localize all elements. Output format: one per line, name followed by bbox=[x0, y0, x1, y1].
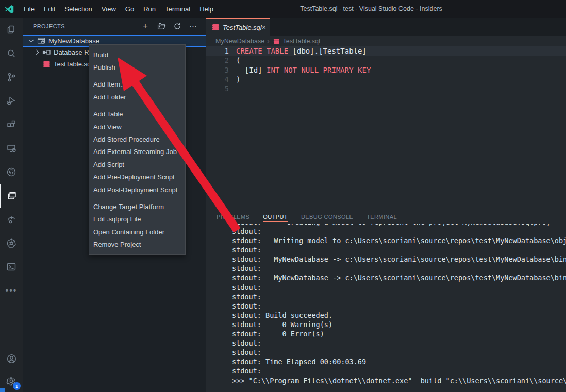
code-line-1[interactable]: 1CREATE TABLE [dbo].[TestTable] bbox=[206, 46, 566, 56]
tab-close-icon[interactable]: × bbox=[262, 24, 266, 31]
output-line: stdout: MyNewDatabase -> c:\Users\scoria… bbox=[232, 254, 566, 264]
menu-bar: FileEditSelectionViewGoRunTerminalHelp bbox=[19, 0, 218, 18]
breadcrumb-separator: › bbox=[267, 37, 269, 45]
refresh-icon[interactable] bbox=[173, 22, 182, 31]
menu-go[interactable]: Go bbox=[121, 0, 139, 18]
powershell-icon[interactable] bbox=[0, 255, 23, 279]
code-line-5[interactable]: 5 bbox=[206, 84, 566, 93]
source-control-icon[interactable] bbox=[0, 65, 23, 89]
more-actions-icon[interactable]: ⋯ bbox=[189, 22, 198, 31]
menu-separator bbox=[90, 198, 185, 198]
panel-tab-output[interactable]: OUTPUT bbox=[263, 209, 288, 224]
context-menu-item-open-containing-folder[interactable]: Open Containing Folder bbox=[89, 226, 185, 238]
context-menu-item-add-script[interactable]: Add Script bbox=[89, 158, 185, 171]
line-number: 2 bbox=[206, 56, 229, 65]
panel-tab-terminal[interactable]: TERMINAL bbox=[367, 209, 397, 224]
code-line-4[interactable]: 4) bbox=[206, 75, 566, 84]
sidebar-actions: + ⋯ bbox=[141, 22, 198, 31]
panel-tab-bar: PROBLEMSOUTPUTDEBUG CONSOLETERMINAL bbox=[206, 209, 566, 224]
context-menu-item-remove-project[interactable]: Remove Project bbox=[89, 238, 185, 250]
kubernetes-icon[interactable] bbox=[0, 231, 23, 255]
breadcrumb[interactable]: MyNewDatabase › TestTable.sql bbox=[206, 36, 566, 46]
tree-item-label: MyNewDatabase bbox=[48, 37, 99, 45]
line-number: 1 bbox=[206, 46, 229, 56]
remote-explorer-icon[interactable] bbox=[0, 137, 23, 160]
panel-tab-problems[interactable]: PROBLEMS bbox=[217, 209, 249, 224]
output-line: stdout: MyNewDatabase -> c:\Users\scoria… bbox=[232, 273, 566, 282]
activity-bar: ••• 1 bbox=[0, 18, 23, 392]
context-menu-item-publish[interactable]: Publish bbox=[89, 61, 185, 73]
bottom-panel: PROBLEMSOUTPUTDEBUG CONSOLETERMINAL stdo… bbox=[206, 209, 566, 392]
more-views-icon[interactable]: ••• bbox=[0, 279, 23, 302]
context-menu-item-add-view[interactable]: Add View bbox=[89, 121, 185, 133]
run-and-debug-icon[interactable] bbox=[0, 89, 23, 113]
menu-run[interactable]: Run bbox=[139, 0, 160, 18]
output-line: stdout: bbox=[232, 283, 566, 292]
output-line: stdout: bbox=[232, 348, 566, 357]
output-line: stdout: Time Elapsed 00:00:03.69 bbox=[232, 357, 566, 366]
database-projects-icon[interactable] bbox=[0, 184, 23, 208]
output-line: stdout: bbox=[232, 338, 566, 348]
github-icon[interactable] bbox=[0, 160, 23, 184]
code-line-2[interactable]: 2( bbox=[206, 56, 566, 65]
menu-separator bbox=[90, 76, 185, 76]
menu-view[interactable]: View bbox=[97, 0, 121, 18]
tree-item-label: TestTable.sql bbox=[54, 60, 92, 68]
breadcrumb-file[interactable]: TestTable.sql bbox=[283, 38, 320, 45]
database-file-icon bbox=[211, 23, 220, 31]
sidebar-header: PROJECTS + ⋯ bbox=[23, 18, 206, 35]
settings-badge: 1 bbox=[13, 382, 21, 390]
line-number: 3 bbox=[206, 65, 229, 75]
menu-help[interactable]: Help bbox=[195, 0, 218, 18]
breadcrumb-project[interactable]: MyNewDatabase bbox=[215, 38, 264, 45]
project-context-menu: BuildPublishAdd Item...Add FolderAdd Tab… bbox=[89, 44, 186, 255]
context-menu-item-add-post-deployment-script[interactable]: Add Post-Deployment Script bbox=[89, 183, 185, 196]
context-menu-item-add-pre-deployment-script[interactable]: Add Pre-Deployment Script bbox=[89, 171, 185, 183]
menu-terminal[interactable]: Terminal bbox=[160, 0, 195, 18]
editor-tab-bar: TestTable.sql × bbox=[206, 18, 566, 36]
sidebar-title: PROJECTS bbox=[33, 23, 65, 29]
context-menu-item-build[interactable]: Build bbox=[89, 48, 185, 61]
project-icon bbox=[37, 37, 45, 45]
status-bar-remote-fragment[interactable] bbox=[0, 388, 5, 392]
editor-group: TestTable.sql × MyNewDatabase › TestTabl… bbox=[206, 18, 566, 392]
context-menu-item-add-folder[interactable]: Add Folder bbox=[89, 91, 185, 103]
context-menu-item-add-external-streaming-job[interactable]: Add External Streaming Job bbox=[89, 146, 185, 158]
tab-testtable-sql[interactable]: TestTable.sql × bbox=[206, 18, 270, 36]
explorer-icon[interactable] bbox=[0, 18, 23, 42]
accounts-icon[interactable] bbox=[0, 347, 23, 370]
vscode-window: FileEditSelectionViewGoRunTerminalHelp T… bbox=[0, 0, 566, 392]
output-line: stdout: bbox=[232, 366, 566, 376]
window-title: TestTable.sql - test - Visual Studio Cod… bbox=[278, 0, 464, 18]
output-line: stdout: 0 Warning(s) bbox=[232, 320, 566, 329]
code-text: ( bbox=[229, 56, 240, 65]
panel-tab-debug-console[interactable]: DEBUG CONSOLE bbox=[301, 209, 353, 224]
output-line: stdout: bbox=[232, 264, 566, 273]
chevron-right-icon[interactable] bbox=[34, 50, 39, 55]
context-menu-item-add-stored-procedure[interactable]: Add Stored Procedure bbox=[89, 133, 185, 145]
context-menu-item-change-target-platform[interactable]: Change Target Platform bbox=[89, 200, 185, 213]
code-line-3[interactable]: 3 [Id] INT NOT NULL PRIMARY KEY bbox=[206, 65, 566, 75]
context-menu-item-edit-sqlproj-file[interactable]: Edit .sqlproj File bbox=[89, 213, 185, 226]
menu-edit[interactable]: Edit bbox=[39, 0, 60, 18]
code-editor[interactable]: 1CREATE TABLE [dbo].[TestTable]2(3 [Id] … bbox=[206, 46, 566, 208]
live-share-icon[interactable] bbox=[0, 208, 23, 231]
output-console[interactable]: stdout: Creating a model to represent th… bbox=[206, 224, 566, 392]
reference-icon bbox=[42, 48, 51, 57]
open-folder-icon[interactable] bbox=[157, 22, 166, 31]
menu-separator bbox=[90, 106, 185, 106]
line-number: 5 bbox=[206, 84, 229, 93]
title-bar: FileEditSelectionViewGoRunTerminalHelp T… bbox=[0, 0, 566, 18]
context-menu-item-add-table[interactable]: Add Table bbox=[89, 108, 185, 121]
menu-file[interactable]: File bbox=[19, 0, 39, 18]
search-icon[interactable] bbox=[0, 42, 23, 65]
add-project-icon[interactable]: + bbox=[141, 22, 150, 31]
extensions-icon[interactable] bbox=[0, 113, 23, 137]
menu-selection[interactable]: Selection bbox=[60, 0, 96, 18]
output-line: stdout: bbox=[232, 245, 566, 254]
database-icon bbox=[42, 60, 51, 68]
chevron-down-icon[interactable] bbox=[29, 38, 34, 43]
output-line: >>> "C:\\Program Files\\dotnet\\dotnet.e… bbox=[232, 376, 566, 385]
output-clipped-line: stdout: Creating a model to represent th… bbox=[232, 224, 566, 227]
context-menu-item-add-item[interactable]: Add Item... bbox=[89, 78, 185, 91]
